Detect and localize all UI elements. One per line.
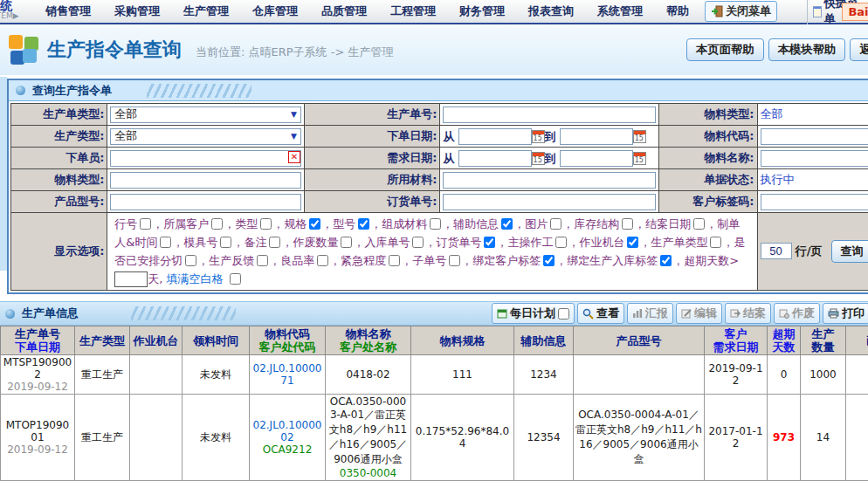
option-checkbox[interactable] <box>260 218 272 230</box>
menu-item[interactable]: 财务管理 <box>459 3 505 19</box>
overdue-days-label: 超期天数> <box>684 254 739 267</box>
clear-icon[interactable]: ✕ <box>288 151 300 163</box>
menu-item[interactable]: 系统管理 <box>597 3 643 19</box>
menu-item[interactable]: 品质管理 <box>321 3 367 19</box>
option-checkbox[interactable] <box>309 218 320 230</box>
option-checkbox[interactable] <box>550 218 561 230</box>
daily-plan-checkbox[interactable] <box>558 308 569 320</box>
option-label: 结案日期 <box>645 217 691 230</box>
module-help-button[interactable]: 本模块帮助 <box>768 38 846 61</box>
stripes-decoration <box>131 306 236 320</box>
option-checkbox[interactable] <box>449 255 460 266</box>
column-header: 产品型号 <box>574 326 705 355</box>
option-label: 绑定生产入库标签 <box>567 254 658 267</box>
option-checkbox[interactable] <box>269 237 280 248</box>
page-header: 生产指令单查询 当前位置: 点晴ERP子系统 -> 生产管理 本页面帮助 本模块… <box>0 24 868 75</box>
menu-item[interactable]: 生产管理 <box>183 3 229 19</box>
option-checkbox[interactable] <box>220 237 231 248</box>
date-to-label: 到 <box>545 129 556 142</box>
order-no-input[interactable] <box>443 107 656 123</box>
material-code-link[interactable]: 02.JL0.1000002 <box>251 419 323 443</box>
field-label: 生产单号: <box>305 104 440 126</box>
page-help-button[interactable]: 本页面帮助 <box>686 38 764 61</box>
void-button[interactable]: 作废 <box>774 303 820 324</box>
menu-item[interactable]: 仓库管理 <box>252 3 298 19</box>
field-label: 物料类型: <box>659 104 757 126</box>
order-type-select[interactable]: 全部 ▼ <box>110 107 301 123</box>
brand-badge: Bai <box>842 3 868 21</box>
used-material-input[interactable] <box>443 172 656 189</box>
order-clerk-input[interactable] <box>110 150 301 167</box>
calendar-icon[interactable] <box>633 130 646 143</box>
option-checkbox[interactable] <box>693 218 705 230</box>
option-checkbox[interactable] <box>389 255 400 266</box>
product-model-input[interactable] <box>110 194 301 210</box>
option-checkbox[interactable] <box>660 255 672 266</box>
material-type-value[interactable]: 全部 <box>757 104 868 126</box>
option-checkbox[interactable] <box>358 218 369 230</box>
menu-item[interactable]: 采购管理 <box>114 3 160 19</box>
customer-tag-input[interactable] <box>761 194 868 210</box>
need-date-to-input[interactable] <box>560 150 633 167</box>
option-checkbox[interactable] <box>622 218 633 230</box>
order-date-from-input[interactable] <box>458 128 532 145</box>
menu-item[interactable]: 报表查询 <box>528 3 574 19</box>
option-checkbox[interactable] <box>627 237 638 248</box>
option-checkbox[interactable] <box>484 237 495 248</box>
order-date-to-input[interactable] <box>560 128 633 145</box>
material-type-input[interactable] <box>110 172 301 189</box>
option-checkbox[interactable] <box>185 255 196 266</box>
option-label: 类型 <box>235 217 258 230</box>
calendar-icon[interactable] <box>532 130 545 143</box>
door-icon <box>711 5 723 17</box>
material-code-input[interactable] <box>761 128 868 145</box>
menu-item[interactable]: 帮助 <box>666 3 689 19</box>
column-header: 已 <box>846 326 868 355</box>
prod-type-select[interactable]: 全部 ▼ <box>110 128 301 145</box>
daily-plan-button[interactable]: 每日计划 <box>492 303 575 324</box>
option-checkbox[interactable] <box>710 237 721 248</box>
calendar-icon[interactable] <box>633 152 646 165</box>
calendar-icon[interactable] <box>532 152 545 165</box>
field-label: 产品型号: <box>11 191 107 213</box>
view-button[interactable]: 查看 <box>577 303 624 324</box>
purchase-order-input[interactable] <box>443 194 656 210</box>
option-checkbox[interactable] <box>501 218 513 230</box>
close-case-button[interactable]: 结案 <box>725 303 771 324</box>
page-size-input[interactable] <box>761 243 792 259</box>
option-label: 作业机台 <box>579 236 624 249</box>
option-checkbox[interactable] <box>341 237 352 248</box>
field-label: 生产单类型: <box>11 104 107 126</box>
table-row[interactable]: MTOP19090012019-09-12重工生产未发料02.JL0.10000… <box>1 395 868 481</box>
overdue-days-input[interactable] <box>114 271 148 287</box>
select-value: 全部 <box>114 107 137 122</box>
option-checkbox[interactable] <box>160 237 171 248</box>
option-checkbox[interactable] <box>543 255 555 266</box>
edit-button[interactable]: 编辑 <box>676 303 722 324</box>
need-date-from-input[interactable] <box>458 150 532 167</box>
option-checkbox[interactable] <box>430 218 441 230</box>
print-button[interactable]: 打印 <box>823 303 868 324</box>
report-button[interactable]: 汇报 <box>627 303 673 324</box>
fill-blank-checkbox[interactable] <box>230 273 241 285</box>
option-checkbox[interactable] <box>555 237 567 248</box>
pagesize-search: 行/页 查询 <box>757 213 868 291</box>
column-header: 超期天数 <box>768 326 801 355</box>
menu-item[interactable]: 工程管理 <box>390 3 436 19</box>
option-label: 所属客户 <box>163 217 209 230</box>
option-checkbox[interactable] <box>140 218 151 230</box>
material-name-input[interactable] <box>761 150 868 167</box>
option-checkbox[interactable] <box>211 218 223 230</box>
column-header: 客户需求日期 <box>705 326 768 355</box>
option-checkbox[interactable] <box>317 255 328 266</box>
option-checkbox[interactable] <box>257 255 268 266</box>
material-code-link[interactable]: 02.JL0.1000071 <box>251 362 323 387</box>
option-checkbox[interactable] <box>412 237 424 248</box>
close-menu-button[interactable]: 关闭菜单 <box>705 1 777 22</box>
table-row[interactable]: MTSP19090022019-09-12重工生产未发料02.JL0.10000… <box>1 355 868 395</box>
doc-status-value[interactable]: 执行中 <box>757 169 868 191</box>
search-button[interactable]: 查询 <box>831 240 868 263</box>
back-button[interactable]: 返回 <box>850 38 868 61</box>
field-label: 物料代码: <box>659 126 757 148</box>
menu-item[interactable]: 销售管理 <box>45 3 91 19</box>
